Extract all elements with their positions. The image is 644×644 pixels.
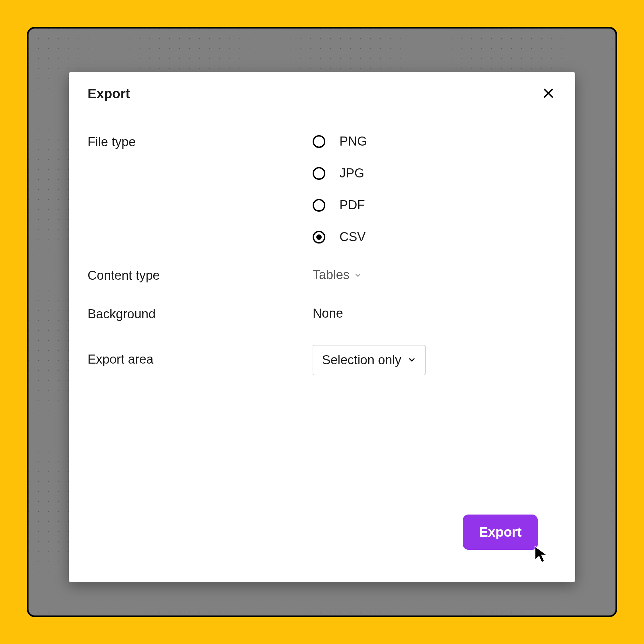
radio-icon: [313, 167, 325, 180]
radio-icon: [313, 199, 325, 212]
background-row: Background None: [88, 306, 556, 321]
background-label: Background: [88, 306, 313, 321]
radio-label: PDF: [339, 198, 365, 212]
dialog-body: File type PNG JPG PDF: [69, 114, 575, 582]
export-area-value: Selection only: [322, 353, 401, 367]
export-area-row: Export area Selection only: [88, 345, 556, 375]
file-type-radio-jpg[interactable]: JPG: [313, 166, 556, 180]
chevron-down-icon: [354, 268, 362, 282]
radio-icon: [313, 231, 325, 244]
dialog-title: Export: [88, 86, 130, 101]
content-type-row: Content type Tables: [88, 268, 556, 283]
file-type-radio-pdf[interactable]: PDF: [313, 198, 556, 212]
radio-label: JPG: [339, 166, 364, 180]
content-type-select[interactable]: Tables: [313, 268, 362, 282]
close-icon: [543, 88, 554, 100]
export-button[interactable]: Export: [463, 515, 538, 550]
background-value: None: [313, 306, 343, 320]
export-area-label: Export area: [88, 345, 313, 367]
dialog-header: Export: [69, 72, 575, 114]
radio-label: PNG: [339, 134, 367, 149]
canvas-frame: Export File type PNG: [27, 27, 617, 617]
content-type-label: Content type: [88, 268, 313, 283]
radio-label: CSV: [339, 230, 366, 244]
dialog-footer: Export: [88, 515, 556, 569]
file-type-row: File type PNG JPG PDF: [88, 134, 556, 244]
content-type-value: Tables: [313, 268, 350, 282]
radio-icon: [313, 135, 325, 148]
export-area-select[interactable]: Selection only: [313, 345, 426, 375]
export-dialog: Export File type PNG: [69, 72, 575, 582]
file-type-label: File type: [88, 134, 313, 149]
file-type-radio-png[interactable]: PNG: [313, 134, 556, 149]
close-button[interactable]: [540, 86, 556, 102]
chevron-down-icon: [408, 353, 416, 367]
file-type-radio-csv[interactable]: CSV: [313, 230, 556, 244]
file-type-radio-group: PNG JPG PDF CSV: [313, 134, 556, 244]
